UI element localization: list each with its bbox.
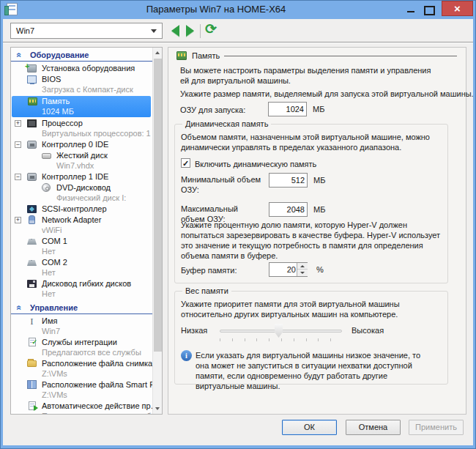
tree-item-label: SCSI-контроллер	[42, 204, 107, 213]
com-port-icon	[27, 239, 37, 245]
sidebar-item-ide-controller-1[interactable]: − Контроллер 1 IDE	[11, 171, 152, 182]
sidebar-item-name[interactable]: I Имя	[11, 316, 152, 327]
scroll-up-arrow[interactable]	[153, 48, 163, 58]
processor-icon	[27, 119, 37, 127]
panel-title: Память	[192, 51, 220, 60]
memory-icon	[28, 97, 37, 105]
memory-weight-desc: Укажите приоритет памяти для этой виртуа…	[181, 299, 436, 319]
tree-item-label: COM 2	[42, 258, 67, 267]
min-ram-input[interactable]	[269, 173, 308, 188]
add-hardware-icon	[27, 64, 37, 73]
sidebar-item-ide-controller-0[interactable]: − Контроллер 0 IDE	[11, 139, 152, 150]
tree-item-label: BIOS	[42, 75, 61, 84]
spin-up-button[interactable]	[297, 263, 308, 270]
min-ram-unit: МБ	[313, 176, 325, 185]
sidebar-item-auto-start-action[interactable]: Автоматическое действие пр…	[11, 401, 152, 412]
dynamic-memory-checkbox-label: Включить динамическую память	[195, 159, 316, 169]
sidebar-item-network-adapter[interactable]: + Network Adapter	[11, 215, 152, 226]
tree-item-label: Имя	[42, 316, 57, 325]
sidebar-item-com2[interactable]: COM 2	[11, 257, 152, 268]
sidebar-item-smart-paging-location[interactable]: Расположение файла Smart P…	[11, 379, 152, 390]
cancel-button[interactable]: Отмена	[346, 420, 401, 435]
bios-icon	[27, 75, 37, 84]
buffer-value: 20	[269, 263, 297, 276]
tree-item-sub: Z:\VMs	[11, 369, 152, 379]
panel-header: Память	[176, 51, 457, 60]
tree-item-label: DVD-дисковод	[56, 183, 111, 192]
memory-weight-group: Вес памяти Укажите приоритет памяти для …	[174, 291, 448, 385]
sidebar-item-memory[interactable]: Память 1024 МБ	[12, 96, 151, 117]
toolbar-separator	[200, 24, 201, 38]
tree-scrollbar[interactable]	[152, 48, 162, 414]
navigate-back-button[interactable]	[171, 25, 179, 37]
sidebar-item-floppy-drive[interactable]: Дисковод гибких дисков	[11, 278, 152, 289]
smart-paging-icon	[27, 380, 37, 389]
tree-item-sub: 1024 МБ	[12, 107, 151, 117]
refresh-button[interactable]: ⟳	[205, 21, 217, 37]
apply-button[interactable]: Применить	[409, 420, 464, 435]
maximize-button[interactable]	[420, 1, 436, 15]
max-ram-input[interactable]	[269, 202, 308, 217]
titlebar[interactable]: Параметры Win7 на HOME-X64 ×	[0, 0, 476, 19]
sidebar-item-processor[interactable]: + Процессор	[11, 118, 152, 129]
expand-toggle[interactable]: +	[15, 120, 21, 127]
tree-item-sub: Виртуальных процессоров: 1	[11, 129, 152, 139]
collapse-toggle[interactable]: −	[15, 141, 21, 148]
scsi-controller-icon	[27, 205, 37, 213]
tree-item-label: Процессор	[42, 119, 83, 127]
buffer-unit: %	[316, 265, 324, 274]
ide-controller-icon	[27, 173, 37, 181]
sidebar-item-hard-drive[interactable]: Жесткий диск	[11, 150, 152, 161]
slider-thumb[interactable]	[275, 324, 283, 338]
buffer-desc: Укажите процентную долю памяти, которую …	[181, 220, 446, 261]
tree-item-label: Расположение файла снимка	[42, 359, 152, 368]
scrollbar-thumb[interactable]	[154, 59, 162, 352]
ok-button[interactable]: ОК	[282, 420, 337, 435]
window-content: Win7 ⟳ « Оборудование Установка оборудов…	[3, 19, 473, 445]
minimize-button[interactable]	[403, 1, 419, 15]
section-title: Управление	[30, 303, 78, 312]
tree-item-sub: Нет	[11, 247, 152, 257]
startup-ram-input[interactable]	[268, 102, 307, 116]
sidebar-item-integration-services[interactable]: Службы интеграции	[11, 337, 152, 348]
sidebar-item-scsi-controller[interactable]: SCSI-контроллер	[11, 204, 152, 215]
auto-action-icon	[29, 401, 36, 410]
dynamic-memory-checkbox[interactable]: ✓	[181, 158, 190, 168]
settings-tree-panel: « Оборудование Установка оборудования BI…	[10, 47, 163, 415]
header-rule	[224, 56, 457, 56]
tree-item-sub: Загрузка с Компакт-диск	[11, 85, 152, 95]
tree-item-label: Память	[42, 97, 70, 105]
section-header-hardware[interactable]: « Оборудование	[11, 49, 152, 62]
snapshot-folder-icon	[27, 360, 37, 367]
max-ram-unit: МБ	[313, 205, 325, 214]
section-header-management[interactable]: « Управление	[11, 302, 152, 314]
close-button[interactable]: ×	[442, 1, 473, 16]
spin-down-button[interactable]	[297, 270, 308, 276]
floppy-icon	[27, 280, 37, 288]
buffer-spinner[interactable]: 20	[269, 262, 308, 277]
tree-item-label: Расположение файла Smart P…	[42, 380, 152, 389]
startup-ram-unit: МБ	[313, 105, 324, 114]
window-icon	[7, 3, 18, 15]
sidebar-item-install-hardware[interactable]: Установка оборудования	[11, 63, 152, 74]
memory-weight-group-title: Вес памяти	[182, 286, 231, 295]
collapse-toggle[interactable]: −	[15, 174, 21, 180]
sidebar-item-com1[interactable]: COM 1	[11, 236, 152, 247]
expand-toggle[interactable]: +	[15, 217, 21, 223]
intro-text-2: Укажите размер памяти, выделяемый для за…	[180, 89, 463, 99]
name-icon: I	[27, 317, 37, 325]
buffer-label: Буфер памяти:	[181, 265, 237, 275]
tree-item-sub: vWiFi	[11, 226, 152, 236]
tree-item-label: Автоматическое действие пр…	[42, 401, 152, 410]
com-port-icon	[27, 260, 37, 266]
vm-selector-dropdown[interactable]: Win7	[10, 23, 163, 39]
sidebar-item-dvd-drive[interactable]: DVD-дисковод	[11, 182, 152, 193]
slider-high-label: Высокая	[352, 325, 384, 335]
sidebar-item-bios[interactable]: BIOS	[11, 74, 152, 85]
scroll-down-arrow[interactable]	[153, 404, 163, 414]
navigate-forward-button[interactable]	[186, 25, 194, 37]
tree-item-sub: Win7.vhdx	[11, 161, 152, 171]
sidebar-item-snapshot-location[interactable]: Расположение файла снимка	[11, 358, 152, 369]
hard-drive-icon	[42, 153, 51, 159]
toolbar: Win7 ⟳	[3, 19, 473, 42]
